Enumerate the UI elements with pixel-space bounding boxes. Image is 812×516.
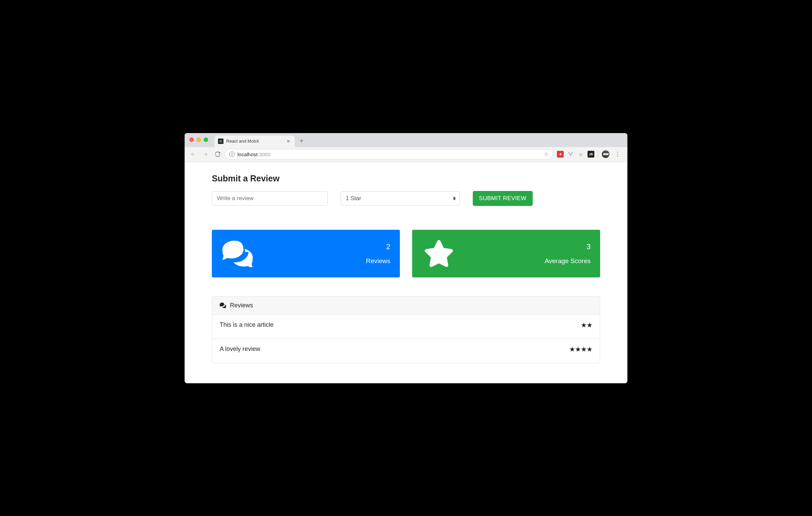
profile-avatar[interactable] <box>602 150 610 158</box>
reviews-panel-header: Reviews <box>212 296 600 315</box>
star-select-wrap: 1 Star <box>341 191 460 206</box>
svg-point-0 <box>220 141 221 142</box>
extensions: ✦ ◎ JB ⋮ <box>555 150 624 158</box>
page-title: Submit a Review <box>212 174 600 183</box>
reviews-panel: Reviews This is a nice article ★★ A love… <box>212 296 600 363</box>
comments-icon <box>221 240 255 267</box>
tab-title: React and MobX <box>226 139 283 144</box>
browser-window: React and MobX ✕ + i localhost:3000 ☆ ✦ … <box>185 133 627 383</box>
forward-button[interactable] <box>200 149 210 159</box>
extension-icon[interactable]: JB <box>588 151 594 158</box>
back-button[interactable] <box>188 149 198 159</box>
window-controls <box>189 138 208 142</box>
minimize-window-icon[interactable] <box>197 138 201 142</box>
reload-button[interactable] <box>213 149 223 159</box>
average-label: Average Scores <box>545 257 591 265</box>
submit-review-button[interactable]: SUBMIT REVIEW <box>473 191 533 206</box>
star-select[interactable]: 1 Star <box>341 191 460 206</box>
average-score: 3 <box>545 242 591 251</box>
review-text: A lovely review <box>220 345 569 353</box>
review-stars: ★★ <box>581 321 592 329</box>
separator <box>598 151 598 158</box>
tab-bar: React and MobX ✕ + <box>185 133 627 147</box>
close-window-icon[interactable] <box>189 138 194 142</box>
browser-menu-icon[interactable]: ⋮ <box>613 150 622 158</box>
stats-row: 2 Reviews 3 Average Scores <box>212 230 600 277</box>
review-input[interactable] <box>212 191 328 206</box>
comments-icon <box>220 302 227 308</box>
star-icon <box>422 240 456 267</box>
toolbar: i localhost:3000 ☆ ✦ ◎ JB ⋮ <box>185 147 627 162</box>
review-item: This is a nice article ★★ <box>212 315 600 339</box>
reviews-label: Reviews <box>366 257 390 265</box>
browser-tab[interactable]: React and MobX ✕ <box>215 135 295 147</box>
extension-icon[interactable]: ◎ <box>577 151 584 158</box>
maximize-window-icon[interactable] <box>204 138 208 142</box>
reviews-panel-title: Reviews <box>230 302 253 309</box>
average-stat-card: 3 Average Scores <box>412 230 600 277</box>
bookmark-star-icon[interactable]: ☆ <box>544 151 548 157</box>
page-content: Submit a Review 1 Star SUBMIT REVIEW 2 <box>185 162 627 383</box>
new-tab-button[interactable]: + <box>297 136 306 146</box>
review-item: A lovely review ★★★★ <box>212 339 600 363</box>
reviews-stat-card: 2 Reviews <box>212 230 400 277</box>
site-info-icon[interactable]: i <box>229 151 235 157</box>
address-bar[interactable]: i localhost:3000 ☆ <box>225 149 553 159</box>
review-form: 1 Star SUBMIT REVIEW <box>212 191 600 206</box>
close-tab-icon[interactable]: ✕ <box>286 138 291 144</box>
react-favicon-icon <box>218 139 223 144</box>
review-text: This is a nice article <box>220 321 581 328</box>
url-host: localhost:3000 <box>237 151 270 157</box>
review-stars: ★★★★ <box>569 345 592 353</box>
vue-devtools-icon[interactable] <box>567 151 574 158</box>
extension-icon[interactable]: ✦ <box>557 151 564 158</box>
reviews-count: 2 <box>366 242 390 251</box>
